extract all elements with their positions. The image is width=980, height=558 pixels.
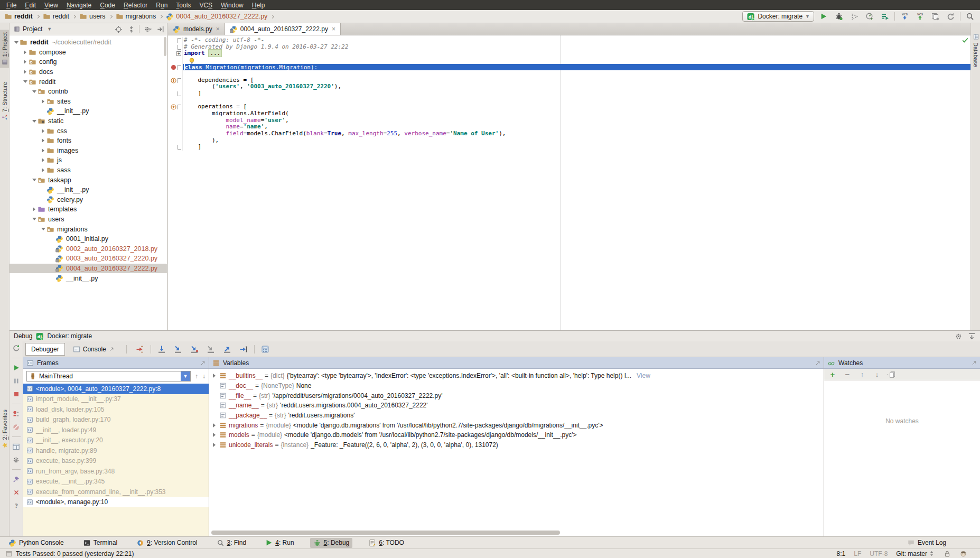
tree-item-docs[interactable]: docs xyxy=(10,67,167,77)
gear-dropdown-button[interactable] xyxy=(143,24,152,34)
vcs-update-button[interactable]: VCS xyxy=(899,11,910,22)
run-configs-button[interactable] xyxy=(879,11,891,22)
editor-gutter[interactable] xyxy=(168,97,183,104)
variable-row[interactable]: __package__ = {str} 'reddit.users.migrat… xyxy=(209,411,824,421)
settings-button[interactable] xyxy=(11,455,22,464)
toolwindow-button-terminal[interactable]: Terminal xyxy=(80,538,120,548)
menu-item-help[interactable]: Help xyxy=(248,0,269,10)
breakpoint-icon[interactable] xyxy=(171,65,176,70)
project-view-select[interactable]: Project ▼ xyxy=(14,25,52,33)
editor-gutter[interactable] xyxy=(168,144,183,151)
stack-frame[interactable]: __init__, executor.py:20 xyxy=(23,435,209,446)
menu-item-file[interactable]: File xyxy=(2,0,21,10)
tool-stripe-tab-1-project[interactable]: 1: Project xyxy=(0,30,10,68)
tree-item-init-py[interactable]: __init__.py xyxy=(10,185,167,195)
breadcrumb-item-0004-auto-20160327-2222-py[interactable]: 0004_auto_20160327_2222.py xyxy=(166,13,267,21)
git-branch-widget[interactable]: Git: master xyxy=(896,550,935,557)
stack-frame[interactable]: run_from_argv, base.py:348 xyxy=(23,466,209,477)
run-to-cursor-button[interactable] xyxy=(238,343,249,355)
fold-marker[interactable] xyxy=(178,45,181,50)
variable-row[interactable]: __name__ = {str} 'reddit.users.migration… xyxy=(209,401,824,411)
expand-arrow-icon[interactable] xyxy=(211,443,217,447)
tree-item-contrib[interactable]: contrib xyxy=(10,87,167,97)
thread-selector[interactable]: MainThread ▼ xyxy=(26,371,191,382)
debugger-tab-console[interactable]: Console xyxy=(67,343,120,356)
tree-item-sass[interactable]: sass xyxy=(10,165,167,175)
file-encoding[interactable]: UTF-8 xyxy=(870,550,888,557)
editor-gutter[interactable] xyxy=(168,137,183,144)
changes-button[interactable] xyxy=(929,11,941,22)
tree-item-reddit[interactable]: reddit xyxy=(10,77,167,87)
tree-item-init-py[interactable]: __init__.py xyxy=(10,106,167,116)
expand-arrow-icon[interactable] xyxy=(31,207,38,211)
collapse-arrow-icon[interactable] xyxy=(31,90,38,93)
fold-marker[interactable] xyxy=(178,145,181,150)
add-watch-button[interactable]: + xyxy=(828,370,837,379)
toolwindow-button-4-run[interactable]: 4: Run xyxy=(262,538,297,547)
menu-item-run[interactable]: Run xyxy=(152,0,172,10)
editor-gutter[interactable] xyxy=(168,110,183,117)
expand-arrow-icon[interactable] xyxy=(211,433,217,437)
menu-item-vcs[interactable]: VCS xyxy=(195,0,217,10)
stack-frame[interactable]: build_graph, loader.py:170 xyxy=(23,415,209,425)
fold-marker[interactable] xyxy=(178,91,181,96)
editor-gutter[interactable] xyxy=(168,124,183,131)
menu-item-view[interactable]: View xyxy=(40,0,62,10)
tree-item-taskapp[interactable]: taskapp xyxy=(10,175,167,185)
caret-position[interactable]: 8:1 xyxy=(837,550,846,557)
expand-arrow-icon[interactable] xyxy=(40,99,46,104)
editor-gutter[interactable] xyxy=(168,83,183,90)
tree-scrollbar[interactable] xyxy=(164,37,166,56)
inspections-profile-icon[interactable] xyxy=(959,550,967,557)
tree-item-static[interactable]: static xyxy=(10,116,167,126)
tree-item-0001-initial-py[interactable]: 0001_initial.py xyxy=(10,234,167,244)
run-configuration-select[interactable]: dj Docker: migrate ▼ xyxy=(742,11,814,22)
expand-arrow-icon[interactable] xyxy=(211,374,217,378)
breadcrumb-item-reddit[interactable]: reddit xyxy=(4,13,33,20)
editor-gutter[interactable] xyxy=(168,104,183,110)
editor-gutter[interactable] xyxy=(168,44,183,51)
tree-item-init-py[interactable]: __init__.py xyxy=(10,273,167,283)
expand-arrow-icon[interactable] xyxy=(40,148,46,153)
hide-side-button[interactable] xyxy=(155,24,165,34)
debug-bug-button[interactable] xyxy=(833,11,845,22)
tree-item-css[interactable]: css xyxy=(10,126,167,136)
stack-frame[interactable]: load_disk, loader.py:105 xyxy=(23,404,209,415)
expand-arrow-icon[interactable] xyxy=(22,60,29,64)
editor-tab-models-py[interactable]: models.py× xyxy=(168,23,225,35)
view-breakpoints-button[interactable] xyxy=(11,409,22,418)
move-down-watch-button[interactable]: ↓ xyxy=(873,370,881,379)
hide-panel-icon[interactable] xyxy=(968,332,976,340)
editor-gutter[interactable] xyxy=(168,131,183,137)
editor-gutter[interactable] xyxy=(168,90,183,97)
menu-item-tools[interactable]: Tools xyxy=(172,0,195,10)
move-up-watch-button[interactable]: ↑ xyxy=(858,370,866,379)
menu-item-code[interactable]: Code xyxy=(96,0,119,10)
tree-item-0002-auto-20160327-2018-py[interactable]: 0002_auto_20160327_2018.py xyxy=(10,244,167,254)
fold-marker[interactable]: + xyxy=(176,51,181,56)
variable-row[interactable]: __builtins__ = {dict} {'bytearray': <typ… xyxy=(209,371,824,381)
float-panel-icon[interactable] xyxy=(815,360,820,366)
fold-marker[interactable] xyxy=(178,38,181,43)
line-ending[interactable]: LF xyxy=(854,550,861,557)
tree-item-compose[interactable]: compose xyxy=(10,48,167,58)
toolwindow-button-python-console[interactable]: Python Console xyxy=(5,538,67,548)
vcs-commit-button[interactable]: VCS xyxy=(914,11,926,22)
resume-button[interactable] xyxy=(11,363,22,373)
remove-watch-button[interactable]: − xyxy=(843,370,852,379)
fold-marker[interactable] xyxy=(178,105,181,109)
float-panel-icon[interactable] xyxy=(200,360,206,366)
editor-tab-0004-auto-20160327-2222-py[interactable]: 0004_auto_20160327_2222.py× xyxy=(225,23,341,35)
tool-stripe-tab-7-structure[interactable]: 7: Structure xyxy=(0,79,10,123)
tree-item-celery-py[interactable]: celery.py xyxy=(10,195,167,205)
close-red-button[interactable] xyxy=(11,488,22,497)
expand-arrow-icon[interactable] xyxy=(22,50,29,54)
toolwindow-button-3-find[interactable]: 3: Find xyxy=(213,538,250,548)
next-frame-button[interactable]: ↓ xyxy=(202,373,206,380)
toolwindow-button-9-version-control[interactable]: 9: Version Control xyxy=(133,538,200,548)
menu-item-edit[interactable]: Edit xyxy=(21,0,40,10)
variable-row[interactable]: unicode_literals = {instance} _Feature: … xyxy=(209,440,824,450)
toolwindow-button-5-debug[interactable]: 5: Debug xyxy=(310,538,353,548)
close-tab-icon[interactable]: × xyxy=(332,25,335,33)
evaluate-button[interactable] xyxy=(259,343,271,355)
